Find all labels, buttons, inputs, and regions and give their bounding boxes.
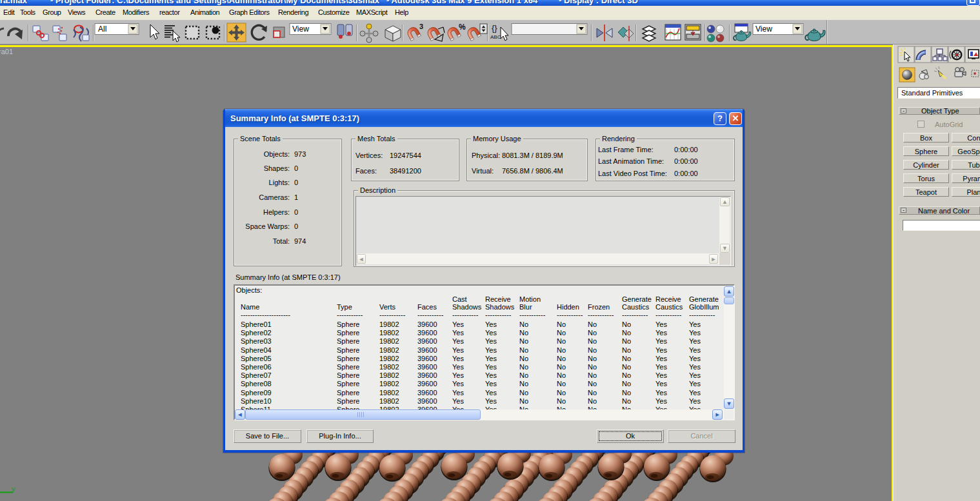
svg-text:%: %	[459, 23, 466, 32]
svg-text:All: All	[98, 25, 106, 34]
svg-text:ABC: ABC	[490, 34, 501, 40]
svg-text:View: View	[755, 25, 772, 34]
svg-text:3: 3	[419, 23, 423, 30]
svg-text:View: View	[292, 25, 309, 34]
svg-text:y: y	[12, 485, 15, 493]
svg-text:{}: {}	[492, 23, 497, 33]
